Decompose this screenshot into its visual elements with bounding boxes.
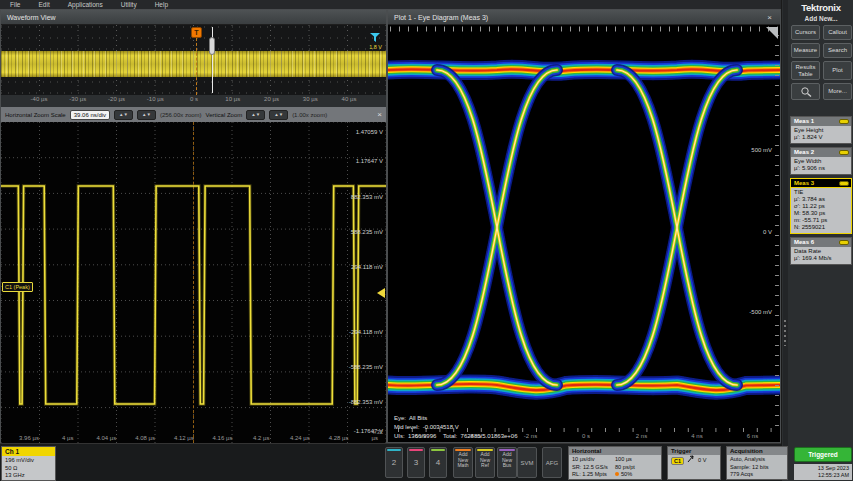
horizontal-zoom-scale-input[interactable]: 39.06 ns/div <box>70 110 110 120</box>
eye-window-title: Plot 1 - Eye Diagram (Meas 3) <box>394 14 488 21</box>
meas-name: Eye Width <box>794 158 848 165</box>
trigger-level-arrow[interactable] <box>377 288 385 298</box>
close-icon[interactable]: × <box>765 13 774 22</box>
draw-a-box-zoom-button[interactable] <box>791 83 820 100</box>
overview-time-label: -40 µs <box>31 96 48 102</box>
meas-badge-meas2[interactable]: Meas 2Eye Widthµ': 5.906 ns <box>790 147 852 175</box>
hzoom-step-button-2[interactable]: ▲▼ <box>137 110 156 120</box>
channel1-impedance: 50 Ω <box>5 465 52 473</box>
menu-item-help[interactable]: Help <box>155 0 168 9</box>
zoom-close-icon[interactable]: × <box>377 110 382 119</box>
overview-time-label: 40 µs <box>342 96 357 102</box>
add-new-bus-button[interactable]: AddNewBus <box>497 447 517 478</box>
menu-item-edit[interactable]: Edit <box>38 0 49 9</box>
meas-badge-body: Eye Heightµ': 1.824 V <box>791 126 851 143</box>
menu-item-applications[interactable]: Applications <box>68 0 103 9</box>
meas-name: Eye Height <box>794 127 848 134</box>
add-new-ref-button[interactable]: AddNewRef <box>475 447 495 478</box>
channel1-badge[interactable]: Ch 1 196 mV/div 50 Ω 13 GHz <box>1 446 56 481</box>
resize-corner-icon[interactable] <box>766 27 778 39</box>
time-axis-label: 3.96 µs <box>19 435 39 441</box>
sidebar-button-measure[interactable]: Measure <box>791 43 820 58</box>
time-axis-label: 4.12 µs <box>174 435 194 441</box>
triggered-status-button[interactable]: Triggered <box>794 447 852 462</box>
add-new-button-grid: CursorsCalloutMeasureSearchResults Table… <box>791 25 852 100</box>
meas-badge-meas6[interactable]: Meas 6Data Rateµ': 169.4 Mb/s <box>790 237 852 265</box>
meas-value-line: µ': 169.4 Mb/s <box>794 255 848 262</box>
meas-value-line: N: 2559021 <box>794 224 848 231</box>
sidebar-button-plot[interactable]: Plot <box>823 61 852 80</box>
waveform-view-title-bar[interactable]: Waveform View <box>1 10 386 25</box>
meas-value-line: µ': 5.906 ns <box>794 165 848 172</box>
trigger-source-pill: C1 <box>671 457 684 466</box>
eye-voltage-label: 500 mV <box>751 147 772 153</box>
voltage-axis-label: -588.235 mV <box>349 364 383 370</box>
stripe-icon <box>477 449 493 451</box>
voltage-axis-label: 882.353 mV <box>351 194 383 200</box>
channel1-tag[interactable]: C1 (Peak) <box>2 282 33 292</box>
source-badge <box>839 240 849 245</box>
eye-diagram-heatmap <box>388 25 780 442</box>
overview-time-label: 30 µs <box>303 96 318 102</box>
zoomed-waveform-area: 1.47059 V1.17647 V882.353 mV588.235 mV29… <box>1 122 386 443</box>
trigger-position-line <box>196 38 197 95</box>
datetime-box: 13 Sep 2023 12:55:23 AM <box>794 464 852 480</box>
time-axis-label: 4.32 µs <box>371 429 383 441</box>
eye-window-title-bar[interactable]: Plot 1 - Eye Diagram (Meas 3) × <box>388 10 780 25</box>
meas-badge-header: Meas 6 <box>791 238 851 247</box>
vertical-zoom-label: Vertical Zoom <box>206 112 243 118</box>
overview-scale-label: 1.8 V <box>369 44 382 50</box>
add-new-math-button[interactable]: AddNewMath <box>453 447 473 478</box>
menu-bar: FileEditApplicationsUtilityHelp <box>0 0 853 9</box>
meas-name: Data Rate <box>794 248 848 255</box>
sidebar-button-cursors[interactable]: Cursors <box>791 25 820 40</box>
waveform-view-window: Waveform View T 1.8 V -40 µs-30 µs-20 µs… <box>0 9 387 443</box>
time-axis-label: 4.04 µs <box>96 435 116 441</box>
voltage-axis-label: 294.118 mV <box>351 264 383 270</box>
acquisition-count: 779 Acqs <box>730 471 784 479</box>
eye-diagram-plot: 500 mV0 V-500 mV -6 ns-4 ns-2 ns0 s2 ns4… <box>388 25 780 442</box>
channel3-button[interactable]: 3 <box>407 447 425 478</box>
eye-time-label: 6 ns <box>747 433 758 439</box>
meas-badge-meas1[interactable]: Meas 1Eye Heightµ': 1.824 V <box>790 116 852 144</box>
meas-badge-header: Meas 3 <box>791 179 851 188</box>
meas-value-line: µ': 3.784 as <box>794 196 848 203</box>
svm-button[interactable]: SVM <box>517 447 537 478</box>
sidebar-button-more[interactable]: More... <box>823 83 852 100</box>
meas-badge-meas3[interactable]: Meas 3TIEµ': 3.784 asσ': 11.22 psM: 58.3… <box>790 178 852 234</box>
stripe-icon <box>499 449 515 451</box>
eye-info-midlevel: Mid level: -0.0034518 V <box>394 424 459 430</box>
zoom-cursor-handle[interactable] <box>209 37 215 55</box>
time-axis-label: 4.08 µs <box>135 435 155 441</box>
trigger-level: 0 V <box>698 457 706 465</box>
voltage-axis-label: 1.17647 V <box>356 158 383 164</box>
acquisition-panel[interactable]: Acquisition Auto, Analysis Sample: 12 bi… <box>726 446 788 480</box>
channel4-button[interactable]: 4 <box>429 447 447 478</box>
horizontal-zoom-scale-label: Horizontal Zoom Scale <box>5 112 66 118</box>
menu-item-utility[interactable]: Utility <box>121 0 137 9</box>
trigger-marker-icon[interactable]: T <box>191 27 202 38</box>
trigger-panel[interactable]: Trigger C1 0 V <box>667 446 721 480</box>
eye-time-label: 2 ns <box>636 433 647 439</box>
overview-waveform-band <box>1 51 386 77</box>
hzoom-step-button-1[interactable]: ▲▼ <box>114 110 133 120</box>
time-axis-label: 4 µs <box>62 435 73 441</box>
time-axis-label: 4.24 µs <box>290 435 310 441</box>
sidebar-grip-handle[interactable] <box>783 0 788 460</box>
acquisition-panel-title: Acquisition <box>727 447 787 455</box>
horizontal-panel[interactable]: Horizontal 10 µs/div SR: 12.5 GS/s RL: 1… <box>568 446 662 480</box>
channel1-badge-header: Ch 1 <box>2 447 55 456</box>
vzoom-step-button-2[interactable]: ▲▼ <box>269 110 288 120</box>
afg-button[interactable]: AFG <box>542 447 562 478</box>
right-sidebar: Tektronix Add New... CursorsCalloutMeasu… <box>781 0 853 481</box>
sidebar-button-results-table[interactable]: Results Table <box>791 61 820 80</box>
channel2-button[interactable]: 2 <box>385 447 403 478</box>
voltage-axis-label: 1.47059 V <box>356 129 383 135</box>
voltage-axis-label: -294.118 mV <box>349 329 383 335</box>
menu-item-file[interactable]: File <box>10 0 20 9</box>
hzoom-factor-label: (256.00x zoom) <box>160 112 202 118</box>
eye-voltage-label: -500 mV <box>749 309 772 315</box>
sidebar-button-search[interactable]: Search <box>823 43 852 58</box>
sidebar-button-callout[interactable]: Callout <box>823 25 852 40</box>
vzoom-step-button-1[interactable]: ▲▼ <box>246 110 265 120</box>
